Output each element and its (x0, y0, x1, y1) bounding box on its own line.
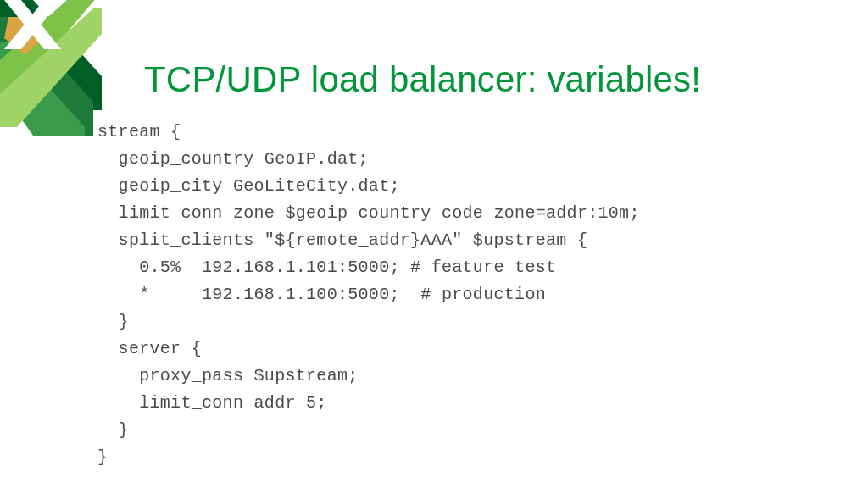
config-code-block: stream { geoip_country GeoIP.dat; geoip_… (97, 119, 817, 471)
slide-title: TCP/UDP load balancer: variables! (144, 59, 834, 100)
nginx-logo (0, 0, 102, 136)
